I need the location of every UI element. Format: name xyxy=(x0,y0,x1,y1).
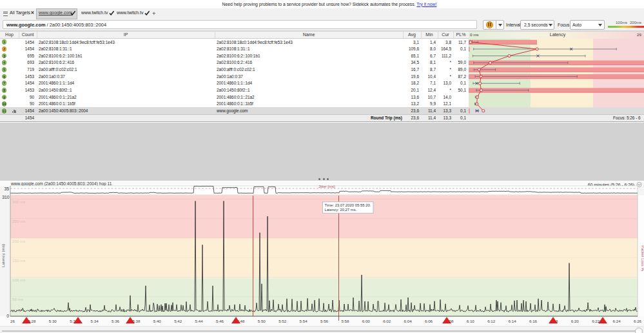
svg-text:300 ms: 300 ms xyxy=(12,199,25,204)
svg-text:5:50: 5:50 xyxy=(258,319,266,323)
svg-text:6:02: 6:02 xyxy=(383,319,391,323)
svg-text:5:34: 5:34 xyxy=(91,319,99,323)
svg-text:0: 0 xyxy=(6,314,9,318)
svg-text:6:06: 6:06 xyxy=(425,319,433,323)
svg-text:250 ms: 250 ms xyxy=(12,219,25,223)
svg-text:6:00: 6:00 xyxy=(362,319,371,323)
svg-text:200 ms: 200 ms xyxy=(12,239,25,243)
svg-text:5:54: 5:54 xyxy=(300,319,308,323)
svg-text:Latency (ms): Latency (ms) xyxy=(1,244,5,267)
svg-text:5:36: 5:36 xyxy=(112,319,120,323)
svg-text:26: 26 xyxy=(10,319,15,323)
svg-text:5:40: 5:40 xyxy=(153,319,162,323)
svg-text:5:52: 5:52 xyxy=(278,319,287,323)
svg-text:5:30: 5:30 xyxy=(49,319,57,323)
svg-text:5:42: 5:42 xyxy=(174,319,182,323)
svg-text:5:46: 5:46 xyxy=(216,319,224,323)
svg-text:Packet Loss %: Packet Loss % xyxy=(641,245,644,271)
svg-text:6:22: 6:22 xyxy=(592,319,600,323)
svg-text:6:24: 6:24 xyxy=(613,319,621,323)
svg-text:5:44: 5:44 xyxy=(195,319,204,323)
svg-text:6:14: 6:14 xyxy=(509,319,517,323)
svg-text:5:56: 5:56 xyxy=(320,319,329,323)
svg-text:35: 35 xyxy=(4,187,9,191)
svg-text:50 ms: 50 ms xyxy=(12,297,23,301)
svg-text:310: 310 xyxy=(2,195,10,199)
svg-text:6:10: 6:10 xyxy=(467,319,475,323)
svg-text:100 ms: 100 ms xyxy=(12,278,25,282)
svg-text:5:58: 5:58 xyxy=(341,319,349,323)
svg-text:6:26: 6:26 xyxy=(634,319,642,323)
svg-text:6:04: 6:04 xyxy=(404,319,413,323)
svg-text:6:20: 6:20 xyxy=(571,319,580,323)
svg-text:Time: 23.07.2020 05:55:20.: Time: 23.07.2020 05:55:20. xyxy=(325,203,371,207)
svg-text:Jitter (ms): Jitter (ms) xyxy=(318,185,335,188)
svg-text:150 ms: 150 ms xyxy=(12,258,25,263)
svg-text:Latency: 20,27 ms.: Latency: 20,27 ms. xyxy=(325,208,357,212)
svg-text:6:16: 6:16 xyxy=(529,319,538,323)
svg-text:6:12: 6:12 xyxy=(487,319,496,323)
